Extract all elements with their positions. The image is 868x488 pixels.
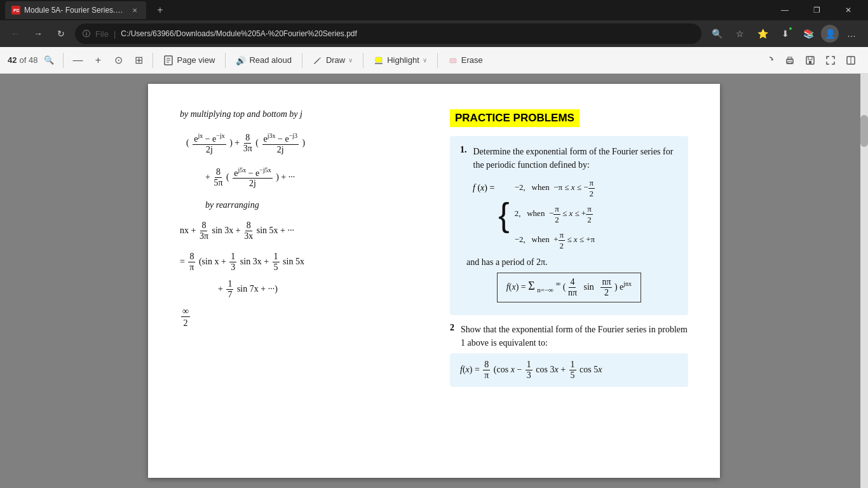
page-view-icon bbox=[163, 55, 173, 65]
highlight-button[interactable]: Highlight ∨ bbox=[369, 50, 432, 71]
svg-rect-15 bbox=[809, 61, 811, 64]
math-expr-2: + 8 5π ( ej5x − e−j5x 2j ) + ··· bbox=[205, 166, 418, 189]
brace-item-2: 2, when −π2 ≤ x ≤ +π2 bbox=[515, 204, 595, 225]
draw-chevron: ∨ bbox=[348, 57, 353, 64]
read-aloud-button[interactable]: 🔊 Read aloud bbox=[231, 50, 297, 71]
svg-rect-7 bbox=[376, 57, 382, 62]
problem-1-text: Determine the exponential form of the Fo… bbox=[473, 145, 679, 172]
problem-2-header: 2 Show that the exponential form of the … bbox=[450, 323, 688, 349]
pdf-content-area: by multiplying top and bottom by j ( ejx… bbox=[0, 74, 868, 488]
rotate-button[interactable] bbox=[760, 51, 779, 70]
answer-formula: f(x) = Σ n=−∞ ∞ ( 4 nπ sin nπ 2 bbox=[460, 273, 678, 302]
zoom-in-button[interactable]: + bbox=[89, 51, 107, 69]
math-expr-4: = 8 π (sin x + 1 3 sin 3x + 1 5 sin 5x bbox=[180, 252, 418, 273]
titlebar-left: PDF Module 5A- Fourier Series.pdf ✕ + bbox=[5, 1, 770, 19]
problem-2-text: Show that the exponential form of the Fo… bbox=[461, 323, 688, 349]
svg-text:🔊: 🔊 bbox=[236, 55, 246, 65]
window-controls: — ❐ ✕ bbox=[770, 0, 863, 20]
toolbar-divider-1 bbox=[63, 53, 64, 68]
print-button[interactable] bbox=[780, 51, 799, 70]
pdf-page: by multiplying top and bottom by j ( ejx… bbox=[148, 84, 720, 478]
problem-1-header: 1. Determine the exponential form of the… bbox=[460, 145, 678, 172]
page-of: of 48 bbox=[19, 55, 37, 65]
url-prefix: File bbox=[95, 29, 109, 39]
titlebar: PDF Module 5A- Fourier Series.pdf ✕ + — … bbox=[0, 0, 868, 20]
brace-item-3: −2, when +π2 ≤ x ≤ +π bbox=[515, 230, 595, 251]
erase-label: Erase bbox=[461, 55, 483, 65]
fullscreen-button[interactable] bbox=[821, 51, 840, 70]
draw-label: Draw bbox=[326, 55, 345, 65]
search-button[interactable]: 🔍 bbox=[707, 24, 727, 44]
math-expr-5: + 1 7 sin 7x + ···) bbox=[218, 279, 418, 300]
brace-symbol: { bbox=[498, 178, 509, 251]
browser-tab[interactable]: PDF Module 5A- Fourier Series.pdf ✕ bbox=[5, 1, 146, 19]
page-number: 42 bbox=[8, 55, 17, 65]
tab-title: Module 5A- Fourier Series.pdf bbox=[24, 6, 126, 15]
problem-1-number: 1. bbox=[460, 145, 467, 172]
highlight-chevron: ∨ bbox=[423, 57, 427, 64]
svg-text:PDF: PDF bbox=[13, 8, 19, 13]
erase-icon bbox=[448, 55, 458, 65]
addressbar-right: 🔍 ☆ ⭐ ⬇ 📚 👤 … bbox=[707, 24, 862, 44]
scrollbar-toggle-button[interactable] bbox=[841, 51, 860, 70]
page-info: 42 of 48 bbox=[8, 55, 37, 65]
tab-close-button[interactable]: ✕ bbox=[130, 5, 140, 15]
math-expr-6: ∞ 2 bbox=[180, 306, 418, 329]
back-button[interactable]: ← bbox=[6, 25, 24, 43]
draw-icon bbox=[313, 55, 323, 65]
minimize-button[interactable]: — bbox=[770, 0, 799, 20]
url-path: C:/Users/63966/Downloads/Module%205A-%20… bbox=[121, 29, 694, 38]
pdf-left-column: by multiplying top and bottom by j ( ejx… bbox=[180, 109, 437, 452]
brace-item-1: −2, when −π ≤ x ≤ −π2 bbox=[515, 178, 595, 199]
maximize-button[interactable]: ❐ bbox=[802, 0, 831, 20]
svg-rect-13 bbox=[788, 62, 792, 64]
brace-items: −2, when −π ≤ x ≤ −π2 2, when −π2 ≤ x ≤ … bbox=[510, 178, 595, 251]
tab-pdf-icon: PDF bbox=[11, 6, 20, 15]
svg-rect-8 bbox=[375, 63, 383, 64]
zoom-out-button[interactable]: — bbox=[69, 51, 86, 69]
fx-label: f (x) = bbox=[473, 183, 494, 251]
toolbar-right-icons bbox=[760, 51, 860, 70]
addressbar: ← → ↻ ⓘ File | C:/Users/63966/Downloads/… bbox=[0, 20, 868, 47]
toolbar-divider-2 bbox=[153, 53, 153, 68]
draw-button[interactable]: Draw ∨ bbox=[308, 50, 358, 71]
collections-button[interactable]: ⭐ bbox=[752, 24, 773, 44]
page-view-label: Page view bbox=[177, 55, 215, 65]
favorites-button[interactable]: 📚 bbox=[798, 24, 818, 44]
url-bar[interactable]: ⓘ File | C:/Users/63966/Downloads/Module… bbox=[75, 24, 702, 44]
refresh-button[interactable]: ↻ bbox=[52, 25, 70, 43]
toolbar-divider-3 bbox=[225, 53, 226, 68]
problem-2-box: f(x) = 8 π (cos x − 1 3 cos 3x + 1 5 bbox=[450, 353, 688, 387]
math-expr-3: nx + 8 3π sin 3x + 8 3x sin 5x + ··· bbox=[180, 220, 418, 241]
url-info-icon: ⓘ bbox=[83, 29, 90, 39]
multiply-text: by multiplying top and bottom by j bbox=[180, 109, 418, 119]
view-mode-button[interactable]: ⊞ bbox=[130, 51, 147, 69]
problem-1-box: 1. Determine the exponential form of the… bbox=[450, 136, 688, 315]
url-separator: | bbox=[114, 29, 116, 39]
highlight-icon bbox=[374, 55, 384, 65]
vertical-scrollbar[interactable] bbox=[860, 74, 868, 488]
erase-button[interactable]: Erase bbox=[443, 50, 488, 71]
pdf-search-button[interactable]: 🔍 bbox=[40, 51, 58, 69]
profile-button[interactable]: 👤 bbox=[821, 25, 839, 43]
fit-button[interactable]: ⊙ bbox=[109, 51, 127, 69]
highlight-label: Highlight bbox=[387, 55, 419, 65]
more-button[interactable]: … bbox=[841, 24, 862, 44]
save-button[interactable] bbox=[801, 51, 820, 70]
practice-header: PRACTICE PROBLEMS bbox=[450, 109, 580, 127]
star-button[interactable]: ☆ bbox=[729, 24, 750, 44]
new-tab-button[interactable]: + bbox=[151, 1, 169, 19]
pdf-toolbar: 42 of 48 🔍 — + ⊙ ⊞ Page view 🔊 Read alou… bbox=[0, 47, 868, 74]
page-view-button[interactable]: Page view bbox=[158, 50, 220, 71]
scrollbar-thumb[interactable] bbox=[860, 115, 868, 147]
download-button[interactable]: ⬇ bbox=[775, 24, 796, 44]
svg-rect-9 bbox=[450, 58, 456, 63]
read-aloud-icon: 🔊 bbox=[236, 55, 246, 65]
read-aloud-label: Read aloud bbox=[249, 55, 292, 65]
period-text: and has a period of 2π. bbox=[466, 257, 678, 268]
toolbar-divider-6 bbox=[437, 53, 438, 68]
close-button[interactable]: ✕ bbox=[834, 0, 863, 20]
toolbar-divider-4 bbox=[302, 53, 302, 68]
piecewise-function: f (x) = { −2, when −π ≤ x ≤ −π2 2, when … bbox=[473, 178, 672, 251]
forward-button[interactable]: → bbox=[29, 25, 47, 43]
